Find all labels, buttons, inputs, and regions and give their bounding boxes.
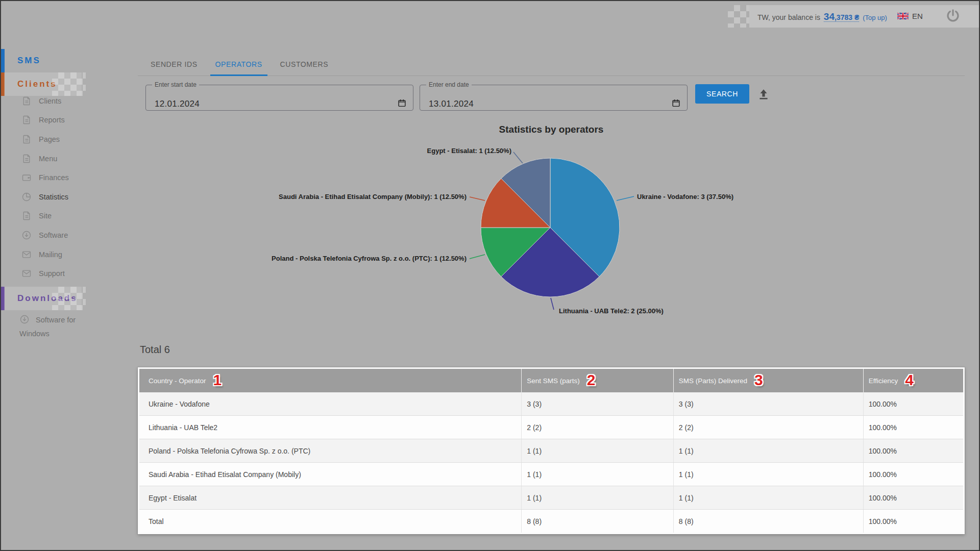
table-row[interactable]: Egypt - Etisalat1 (1)1 (1)100.00% bbox=[139, 486, 964, 510]
download-icon bbox=[21, 230, 32, 240]
logout-power-button[interactable] bbox=[945, 8, 961, 23]
mail-icon bbox=[21, 249, 32, 260]
operators-table: Country - Operator1 Sent SMS (parts)2 SM… bbox=[138, 367, 965, 534]
uk-flag-icon bbox=[897, 13, 909, 19]
pie-label-leader bbox=[470, 255, 485, 259]
start-date-label: Enter start date bbox=[152, 81, 199, 88]
sidebar-item-reports[interactable]: Reports bbox=[1, 111, 113, 130]
end-date-label: Enter end date bbox=[426, 81, 472, 88]
sidebar-sms-label: SMS bbox=[17, 56, 41, 66]
end-date-value[interactable]: 13.01.2024 bbox=[429, 99, 474, 109]
header-sms-delivered[interactable]: SMS (Parts) Delivered3 bbox=[673, 368, 863, 393]
pie-label-leader bbox=[470, 197, 485, 201]
table-header-row: Country - Operator1 Sent SMS (parts)2 SM… bbox=[139, 368, 964, 393]
tab-customers[interactable]: CUSTOMERS bbox=[275, 60, 334, 76]
sms-accent-bar bbox=[1, 49, 5, 72]
power-icon bbox=[945, 8, 961, 23]
mail-icon bbox=[21, 268, 32, 279]
pie-chart: Ukraine - Vodafone: 3 (37.50%)Lithuania … bbox=[138, 119, 965, 334]
sidebar-section-sms[interactable]: SMS bbox=[1, 49, 41, 72]
sidebar-item-clients[interactable]: Clients bbox=[1, 91, 113, 111]
pie-label: Egypt - Etisalat: 1 (12.50%) bbox=[427, 147, 511, 155]
sidebar-item-label: Site bbox=[39, 212, 52, 220]
calendar-icon[interactable] bbox=[398, 98, 406, 108]
table-row[interactable]: Ukraine - Vodafone3 (3)3 (3)100.00% bbox=[139, 392, 964, 416]
pie-label: Ukraine - Vodafone: 3 (37.50%) bbox=[637, 193, 733, 201]
document-icon bbox=[21, 96, 32, 106]
sidebar-item-pages[interactable]: Pages bbox=[1, 130, 113, 149]
balance-amount[interactable]: 34,3783 ₴ bbox=[824, 12, 859, 22]
wallet-icon bbox=[21, 172, 32, 183]
calendar-icon[interactable] bbox=[672, 98, 680, 108]
language-label: EN bbox=[912, 12, 923, 20]
pie-label-leader bbox=[513, 152, 523, 163]
header-efficiency[interactable]: Efficiency4 bbox=[863, 368, 964, 393]
sidebar-clients-label: Clients bbox=[17, 79, 57, 89]
sidebar-item-label: Finances bbox=[39, 173, 69, 182]
sidebar-item-support[interactable]: Support bbox=[1, 264, 113, 283]
tab-sender-ids[interactable]: SENDER IDS bbox=[145, 60, 203, 76]
sidebar-item-software[interactable]: Software bbox=[1, 226, 113, 245]
pie-chart-icon bbox=[21, 192, 32, 202]
search-button[interactable]: SEARCH bbox=[695, 84, 749, 104]
balance-prefix: TW, your balance is bbox=[757, 13, 820, 21]
sidebar-item-statistics[interactable]: Statistics bbox=[1, 187, 113, 207]
pie-label-leader bbox=[617, 196, 634, 201]
sidebar-item-label: Clients bbox=[39, 97, 61, 105]
sidebar-item-label: Statistics bbox=[39, 193, 68, 201]
table-row[interactable]: Lithuania - UAB Tele22 (2)2 (2)100.00% bbox=[139, 416, 964, 439]
sidebar-menu: Clients Reports Pages Menu Finances Stat… bbox=[1, 91, 113, 283]
total-count: Total 6 bbox=[140, 344, 170, 356]
header-country-operator[interactable]: Country - Operator1 bbox=[139, 368, 522, 393]
top-up-link[interactable]: (Top up) bbox=[863, 14, 887, 21]
sidebar-item-site[interactable]: Site bbox=[1, 207, 113, 226]
sidebar-item-label: Mailing bbox=[39, 251, 62, 259]
end-date-field[interactable]: Enter end date 13.01.2024 bbox=[420, 81, 688, 111]
table-total-row: Total8 (8)8 (8)100.00% bbox=[139, 510, 964, 534]
tab-operators[interactable]: OPERATORS bbox=[210, 60, 267, 76]
language-switcher[interactable]: EN bbox=[897, 12, 923, 20]
sidebar-item-label: Support bbox=[39, 269, 65, 278]
pie-label: Poland - Polska Telefonia Cyfrowa Sp. z … bbox=[272, 255, 467, 262]
sidebar-item-menu[interactable]: Menu bbox=[1, 149, 113, 168]
document-icon bbox=[21, 115, 32, 125]
table-row[interactable]: Saudi Arabia - Etihad Etisalat Company (… bbox=[139, 463, 964, 486]
document-icon bbox=[21, 134, 32, 144]
table-row[interactable]: Poland - Polska Telefonia Cyfrowa Sp. z … bbox=[139, 439, 964, 463]
start-date-value[interactable]: 12.01.2024 bbox=[155, 99, 200, 109]
sidebar-item-label: Menu bbox=[39, 155, 57, 163]
document-icon bbox=[21, 154, 32, 164]
sidebar-item-label: Reports bbox=[39, 116, 65, 124]
sidebar-item-software-for-windows[interactable]: Software for Windows bbox=[19, 313, 101, 341]
header-sent-sms[interactable]: Sent SMS (parts)2 bbox=[522, 368, 674, 393]
balance-text: TW, your balance is 34,3783 ₴ (Top up) bbox=[757, 12, 887, 22]
start-date-field[interactable]: Enter start date 12.01.2024 bbox=[145, 81, 413, 111]
tab-bar: SENDER IDS OPERATORS CUSTOMERS bbox=[138, 52, 965, 76]
download-icon bbox=[19, 314, 30, 324]
upload-icon bbox=[757, 87, 770, 101]
sidebar-item-mailing[interactable]: Mailing bbox=[1, 245, 113, 264]
pie-label-leader bbox=[551, 298, 554, 310]
sidebar-item-label: Pages bbox=[39, 135, 60, 143]
document-icon bbox=[21, 211, 32, 221]
sidebar-item-finances[interactable]: Finances bbox=[1, 168, 113, 187]
pie-label: Lithuania - UAB Tele2: 2 (25.00%) bbox=[559, 307, 664, 315]
sidebar-item-label: Software bbox=[39, 231, 68, 239]
app-window: TW, your balance is 34,3783 ₴ (Top up) E… bbox=[0, 0, 980, 551]
downloads-checker-decoration bbox=[52, 287, 86, 310]
pie-label: Saudi Arabia - Etihad Etisalat Company (… bbox=[279, 193, 467, 201]
export-upload-button[interactable] bbox=[757, 87, 770, 101]
